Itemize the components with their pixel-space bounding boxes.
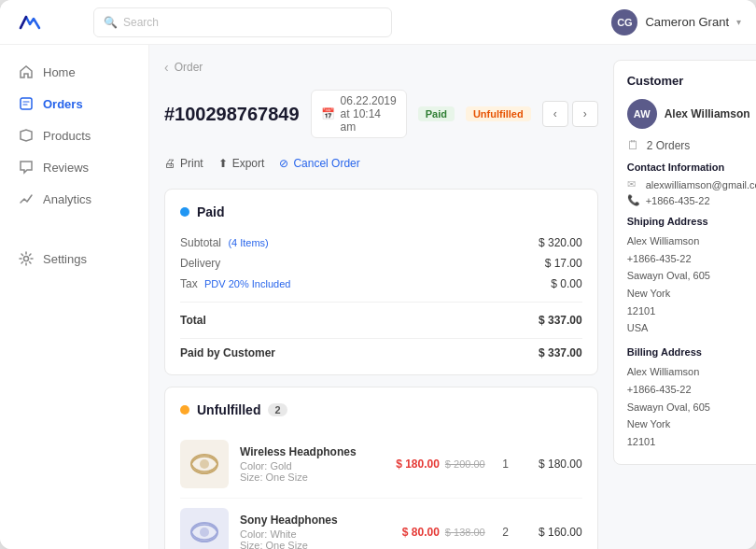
search-icon: 🔍 bbox=[104, 16, 118, 29]
paid-title: Paid bbox=[197, 204, 225, 219]
tax-row: Tax PDV 20% Included $ 0.00 bbox=[180, 274, 582, 294]
products-icon bbox=[19, 128, 34, 143]
product-name-2: Sony Headphones bbox=[240, 514, 391, 527]
delivery-amount: $ 17.00 bbox=[545, 257, 582, 270]
settings-icon bbox=[19, 251, 34, 266]
product-info-1: Wireless Headphones Color: Gold Size: On… bbox=[240, 445, 385, 483]
billing-section: Billing Address Alex Williamson +1866-43… bbox=[627, 346, 756, 450]
svg-point-1 bbox=[24, 257, 29, 261]
sidebar-item-settings[interactable]: Settings bbox=[0, 243, 148, 274]
prev-order-button[interactable]: ‹ bbox=[542, 101, 568, 127]
subtotal-items: (4 Items) bbox=[228, 237, 268, 248]
print-button[interactable]: 🖨 Print bbox=[164, 157, 203, 170]
search-bar[interactable]: 🔍 Search bbox=[93, 7, 392, 37]
sidebar-label-products: Products bbox=[43, 129, 91, 143]
subtotal-label: Subtotal (4 Items) bbox=[180, 236, 269, 249]
customer-row[interactable]: AW Alex Williamson › bbox=[627, 99, 756, 129]
sidebar-item-analytics[interactable]: Analytics bbox=[0, 183, 148, 215]
paid-section-title: Paid bbox=[180, 204, 582, 219]
price-current-1: $ 180.00 bbox=[396, 458, 440, 471]
avatar: CG bbox=[611, 9, 637, 35]
breadcrumb: ‹ Order bbox=[164, 60, 598, 75]
order-header: #100298767849 📅 06.22.2019 at 10:14 am P… bbox=[164, 90, 598, 138]
cancel-icon: ⊘ bbox=[279, 157, 288, 170]
billing-street: Sawayn Oval, 605 bbox=[627, 399, 756, 416]
product-info-2: Sony Headphones Color: White Size: One S… bbox=[240, 514, 391, 549]
delivery-label: Delivery bbox=[180, 257, 220, 270]
product-size-1: Size: One Size bbox=[240, 472, 385, 483]
product-item-2: Sony Headphones Color: White Size: One S… bbox=[180, 499, 582, 549]
svg-rect-0 bbox=[21, 98, 32, 109]
paid-dot bbox=[180, 207, 189, 217]
breadcrumb-parent[interactable]: Order bbox=[175, 61, 203, 74]
tax-amount: $ 0.00 bbox=[551, 277, 581, 290]
contact-title: Contact Information bbox=[627, 162, 756, 173]
shipping-street: Sawayn Oval, 605 bbox=[627, 267, 756, 285]
total-label: Total bbox=[180, 314, 206, 327]
order-date: 📅 06.22.2019 at 10:14 am bbox=[311, 90, 407, 138]
shipping-zip: 12101 bbox=[627, 303, 756, 320]
sidebar-label-orders: Orders bbox=[43, 97, 83, 111]
product-name-1: Wireless Headphones bbox=[240, 445, 385, 458]
reviews-icon bbox=[19, 160, 34, 175]
price-current-2: $ 80.00 bbox=[402, 526, 440, 539]
paid-by-row: Paid by Customer $ 337.00 bbox=[180, 346, 582, 359]
billing-phone: +1866-435-22 bbox=[627, 381, 756, 399]
print-label: Print bbox=[180, 157, 203, 170]
product-thumb-1 bbox=[180, 440, 229, 488]
next-order-button[interactable]: › bbox=[572, 101, 598, 127]
unfulfilled-title: Unfulfilled bbox=[197, 402, 260, 417]
cancel-label: Cancel Order bbox=[293, 157, 359, 170]
chevron-down-icon[interactable]: ▾ bbox=[736, 17, 741, 27]
sidebar-item-products[interactable]: Products bbox=[0, 120, 148, 151]
badge-paid: Paid bbox=[418, 106, 455, 121]
shipping-phone: +1866-435-22 bbox=[627, 250, 756, 268]
badge-unfulfilled: Unfulfilled bbox=[466, 106, 531, 121]
orders-count-icon: 🗒 bbox=[627, 138, 639, 152]
customer-phone: +1866-435-22 bbox=[646, 195, 710, 206]
breadcrumb-chevron: ‹ bbox=[164, 60, 169, 75]
unfulfilled-count: 2 bbox=[268, 403, 287, 416]
sidebar-label-reviews: Reviews bbox=[43, 161, 89, 175]
sidebar-label-home: Home bbox=[43, 65, 76, 79]
shipping-title: Shiping Address bbox=[627, 216, 756, 227]
customer-avatar: AW bbox=[627, 99, 657, 129]
sidebar-item-home[interactable]: Home bbox=[0, 56, 148, 88]
customer-name: Alex Williamson bbox=[665, 107, 756, 120]
header-right: CG Cameron Grant ▾ bbox=[611, 9, 741, 35]
sidebar-item-reviews[interactable]: Reviews bbox=[0, 151, 148, 183]
orders-count-row[interactable]: 🗒 2 Orders › bbox=[627, 138, 756, 152]
delivery-row: Delivery $ 17.00 bbox=[180, 253, 582, 274]
action-bar: 🖨 Print ⬆ Export ⊘ Cancel Order bbox=[164, 157, 598, 170]
unfulfilled-dot bbox=[180, 405, 189, 415]
price-original-1: $ 200.00 bbox=[445, 458, 485, 470]
unfulfilled-section-title: Unfulfilled 2 bbox=[180, 402, 582, 417]
subtotal-row: Subtotal (4 Items) $ 320.00 bbox=[180, 232, 582, 253]
customer-email: alexwilliamson@gmail.com bbox=[646, 179, 756, 190]
order-nav-arrows: ‹ › bbox=[542, 101, 598, 127]
contact-section: Contact Information ✉ alexwilliamson@gma… bbox=[627, 162, 756, 206]
total-amount: $ 337.00 bbox=[539, 314, 582, 327]
product-item-1: Wireless Headphones Color: Gold Size: On… bbox=[180, 430, 582, 499]
total-row: Total $ 337.00 bbox=[180, 310, 582, 331]
search-placeholder: Search bbox=[123, 16, 159, 29]
sidebar-item-orders[interactable]: Orders bbox=[0, 88, 148, 120]
product-size-2: Size: One Size bbox=[240, 540, 391, 549]
product-qty-2: 2 bbox=[497, 526, 515, 539]
shipping-country: USA bbox=[627, 319, 756, 337]
cancel-order-button[interactable]: ⊘ Cancel Order bbox=[279, 157, 359, 170]
email-row: ✉ alexwilliamson@gmail.com bbox=[627, 178, 756, 190]
order-id: #100298767849 bbox=[164, 104, 300, 125]
sidebar-label-settings: Settings bbox=[43, 252, 87, 266]
price-original-2: $ 138.00 bbox=[445, 527, 485, 538]
product-total-2: $ 160.00 bbox=[526, 526, 582, 539]
tax-sub: PDV 20% Included bbox=[204, 278, 290, 289]
shipping-section: Shiping Address Alex Williamson +1866-43… bbox=[627, 216, 756, 337]
analytics-icon bbox=[19, 191, 34, 206]
shipping-address: Alex Williamson +1866-435-22 Sawayn Oval… bbox=[627, 232, 756, 337]
tax-label: Tax PDV 20% Included bbox=[180, 277, 290, 290]
main-layout: Home Orders Products Reviews bbox=[0, 45, 756, 549]
export-button[interactable]: ⬆ Export bbox=[218, 157, 265, 170]
billing-title: Billing Address bbox=[627, 346, 756, 358]
billing-city: New York bbox=[627, 415, 756, 433]
